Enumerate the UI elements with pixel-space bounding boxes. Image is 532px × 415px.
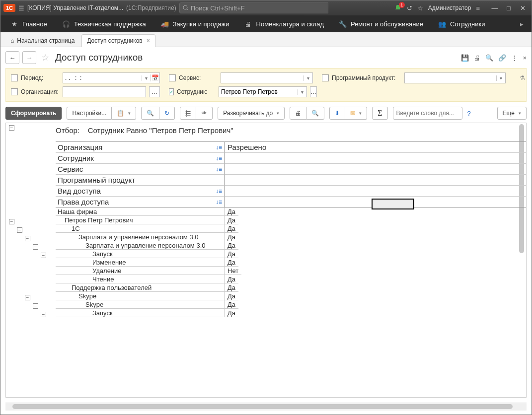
collapse-icon: ⬱ bbox=[185, 110, 191, 117]
history-icon[interactable]: ↺ bbox=[407, 4, 412, 12]
expand-button[interactable]: ⬲ bbox=[196, 107, 213, 120]
settings-bars-icon[interactable]: ≡ bbox=[476, 4, 480, 12]
favorite-icon[interactable]: ☆ bbox=[417, 4, 423, 12]
preview-icon[interactable]: 🔍 bbox=[485, 54, 493, 62]
tree-toggle[interactable]: − bbox=[33, 303, 38, 309]
tree-toggle[interactable]: − bbox=[41, 253, 46, 258]
table-row[interactable]: ЗапускДа bbox=[56, 309, 526, 317]
tree-toggle[interactable]: − bbox=[41, 312, 46, 317]
tree-toggle[interactable]: − bbox=[25, 236, 30, 241]
link-icon[interactable]: 🔗 bbox=[498, 54, 506, 62]
selected-cell[interactable] bbox=[372, 199, 414, 209]
global-search[interactable]: Поиск Ctrl+Shift+F bbox=[179, 2, 328, 13]
filter-funnel-icon[interactable]: ⚗ bbox=[520, 74, 525, 81]
service-label: Сервис: bbox=[179, 74, 218, 81]
expand-to-button[interactable]: Разворачивать до▾ bbox=[218, 107, 285, 120]
table-row[interactable]: 1СДа bbox=[56, 224, 526, 233]
search-icon: 🔍 bbox=[147, 110, 154, 117]
menu-repair[interactable]: 🔧Ремонт и обслуживание bbox=[332, 15, 430, 32]
service-checkbox[interactable] bbox=[169, 74, 176, 81]
period-checkbox[interactable] bbox=[11, 74, 18, 81]
tree-toggle[interactable]: − bbox=[17, 227, 22, 233]
save-icon[interactable]: 💾 bbox=[461, 54, 469, 62]
star-outline-icon[interactable]: ☆ bbox=[41, 52, 49, 63]
menu-stock[interactable]: 🖨Номенклатура и склад bbox=[237, 15, 331, 32]
tab-close-icon[interactable]: × bbox=[147, 37, 150, 44]
nav-back-button[interactable]: ← bbox=[5, 51, 19, 64]
report-header: Организация↓≡РазрешеноСотрудник↓≡Сервис↓… bbox=[56, 141, 526, 208]
menu-main[interactable]: ★Главное bbox=[3, 15, 54, 32]
close-button[interactable]: ✕ bbox=[517, 2, 529, 13]
service-input[interactable]: ▾ bbox=[221, 72, 313, 83]
tree-toggle[interactable]: − bbox=[9, 219, 14, 224]
user-label[interactable]: Администратор bbox=[428, 4, 471, 11]
svg-point-0 bbox=[183, 5, 187, 9]
table-row[interactable]: УдалениеНет bbox=[56, 267, 526, 275]
dropdown-icon[interactable]: ▾ bbox=[496, 75, 505, 81]
tree-toggle[interactable]: − bbox=[25, 295, 30, 300]
refresh-find-button[interactable]: ↻ bbox=[159, 107, 175, 120]
horizontal-scrollbar[interactable] bbox=[5, 403, 527, 411]
table-row[interactable]: SkypeДа bbox=[56, 300, 526, 309]
find-button[interactable]: 🔍 bbox=[141, 107, 159, 120]
dropdown-icon[interactable]: ▾ bbox=[298, 89, 306, 95]
print-icon: 🖨 bbox=[295, 110, 301, 117]
period-input[interactable]: ▾📅 bbox=[63, 72, 160, 83]
print-button[interactable]: 🖨 bbox=[290, 107, 306, 120]
org-checkbox[interactable] bbox=[11, 88, 18, 95]
product-checkbox[interactable] bbox=[322, 74, 329, 81]
group-label: Организация bbox=[58, 143, 102, 151]
dropdown-icon[interactable]: ▾ bbox=[142, 75, 151, 81]
table-row[interactable]: ЧтениеДа bbox=[56, 275, 526, 283]
menu-employees[interactable]: 👥Сотрудники bbox=[431, 15, 492, 32]
table-row[interactable]: Наша фирмаДа bbox=[56, 208, 526, 216]
tree-toggle[interactable]: − bbox=[33, 244, 38, 250]
org-input[interactable] bbox=[63, 86, 146, 97]
print-icon[interactable]: 🖨 bbox=[474, 54, 480, 62]
notifications-icon[interactable]: 1 bbox=[394, 4, 402, 12]
print-preview-button[interactable]: 🔍 bbox=[306, 107, 324, 120]
variants-button[interactable]: 📋▾ bbox=[112, 107, 136, 120]
preview-icon: 🔍 bbox=[311, 110, 319, 117]
filter-caption: Отбор: bbox=[56, 126, 79, 135]
titlebar: 1C ☰ [КОПИЯ] Управление IT-отделом... (1… bbox=[0, 0, 532, 15]
table-row[interactable]: Петров Петр ПетровичДа bbox=[56, 216, 526, 224]
save-report-button[interactable]: ⬇ bbox=[329, 107, 345, 120]
nav-forward-button[interactable]: → bbox=[22, 51, 36, 64]
help-icon[interactable]: ? bbox=[467, 110, 471, 117]
send-button[interactable]: ✉▾ bbox=[345, 107, 367, 120]
tree-toggle[interactable]: − bbox=[9, 125, 14, 131]
employee-checkbox[interactable]: ✓ bbox=[169, 88, 174, 95]
employee-select-button[interactable]: … bbox=[310, 86, 317, 97]
menu-purchases[interactable]: 🚚Закупки и продажи bbox=[154, 15, 236, 32]
minimize-button[interactable]: — bbox=[489, 2, 501, 13]
collapse-button[interactable]: ⬱ bbox=[180, 107, 196, 120]
dropdown-icon[interactable]: ▾ bbox=[304, 75, 312, 81]
hamburger-icon[interactable]: ☰ bbox=[18, 4, 24, 12]
sort-icon: ↓≡ bbox=[216, 155, 222, 162]
table-row[interactable]: Поддержка пользователейДа bbox=[56, 283, 526, 292]
close-page-icon[interactable]: × bbox=[523, 54, 527, 62]
more-button[interactable]: Еще▾ bbox=[497, 107, 527, 120]
maximize-button[interactable]: □ bbox=[503, 2, 515, 13]
org-select-button[interactable]: … bbox=[149, 86, 160, 97]
table-row[interactable]: ЗапускДа bbox=[56, 250, 526, 258]
table-row[interactable]: ИзменениеДа bbox=[56, 258, 526, 267]
report-search-input[interactable] bbox=[393, 107, 462, 120]
tab-access[interactable]: Доступ сотрудников × bbox=[81, 34, 155, 47]
generate-button[interactable]: Сформировать bbox=[5, 107, 62, 120]
wrench-icon: 🔧 bbox=[339, 20, 347, 28]
menu-support[interactable]: 🎧Техническая поддержка bbox=[55, 15, 153, 32]
more-vert-icon[interactable]: ⋮ bbox=[511, 54, 518, 62]
product-input[interactable]: ▾ bbox=[404, 72, 506, 83]
tab-home[interactable]: ⌂ Начальная страница bbox=[4, 35, 80, 47]
table-row[interactable]: Зарплата и управление персоналом 3.0Да bbox=[56, 233, 526, 241]
table-row[interactable]: SkypeДа bbox=[56, 292, 526, 300]
table-row[interactable]: Зарплата и управление персоналом 3.0Да bbox=[56, 241, 526, 250]
sum-button[interactable]: Σ bbox=[372, 107, 387, 120]
settings-button[interactable]: Настройки... bbox=[67, 107, 112, 120]
report-area[interactable]: − −−−−−−−− Отбор: Сотрудник Равно "Петро… bbox=[5, 123, 527, 398]
employee-input[interactable]: ▾ bbox=[219, 86, 307, 97]
calendar-icon[interactable]: 📅 bbox=[151, 74, 159, 81]
menu-more[interactable]: ▸ bbox=[515, 20, 529, 28]
